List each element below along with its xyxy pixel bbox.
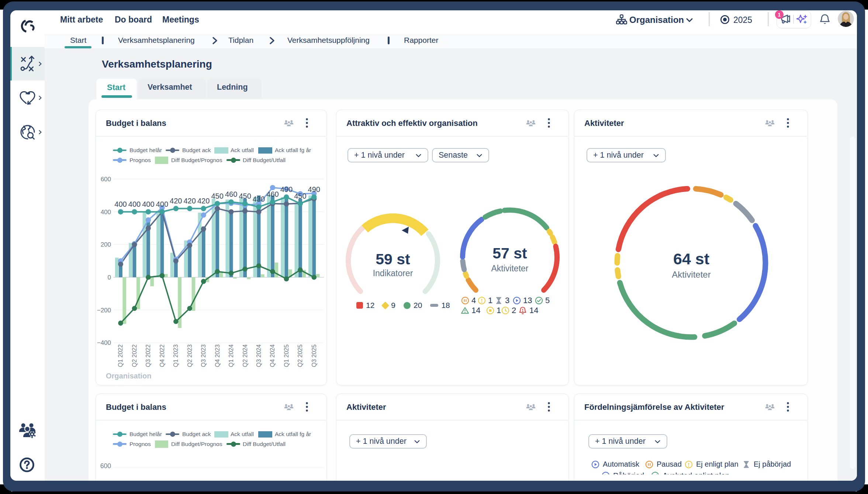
svg-text:Q2 2022: Q2 2022	[131, 344, 138, 367]
svg-text:Q4 2023: Q4 2023	[214, 344, 221, 367]
svg-text:57 st: 57 st	[492, 245, 527, 262]
svg-text:400: 400	[128, 200, 141, 208]
svg-text:460: 460	[225, 190, 237, 198]
svg-text:Q4 2024: Q4 2024	[270, 344, 276, 367]
svg-text:Q3 2025: Q3 2025	[311, 344, 317, 367]
svg-text:Q3 2023: Q3 2023	[200, 344, 207, 367]
svg-text:59 st: 59 st	[376, 251, 410, 268]
svg-text:Q1 2025: Q1 2025	[283, 344, 290, 367]
svg-text:Q1 2022: Q1 2022	[118, 344, 124, 367]
svg-text:400: 400	[114, 200, 127, 208]
svg-text:400: 400	[156, 200, 168, 208]
svg-text:460: 460	[266, 190, 279, 198]
svg-text:420: 420	[170, 197, 182, 205]
svg-text:Q2 2024: Q2 2024	[242, 344, 248, 367]
svg-text:200: 200	[101, 241, 111, 248]
svg-text:420: 420	[184, 197, 196, 205]
svg-text:400: 400	[142, 200, 154, 208]
svg-text:0: 0	[108, 274, 111, 281]
svg-text:Aktiviteter: Aktiviteter	[491, 264, 529, 273]
svg-text:Q3 2024: Q3 2024	[256, 344, 262, 367]
svg-text:450: 450	[294, 192, 306, 200]
svg-text:Indikatorer: Indikatorer	[373, 268, 413, 278]
svg-text:490: 490	[280, 185, 293, 193]
svg-text:450: 450	[239, 192, 251, 200]
svg-text:−400: −400	[97, 339, 111, 346]
svg-text:Q2 2025: Q2 2025	[297, 344, 303, 367]
svg-text:Q3 2022: Q3 2022	[145, 344, 151, 367]
svg-text:Q2 2023: Q2 2023	[187, 344, 193, 367]
svg-text:600: 600	[101, 176, 111, 183]
svg-text:430: 430	[253, 195, 265, 203]
svg-text:490: 490	[308, 185, 320, 193]
svg-text:−200: −200	[97, 307, 111, 314]
svg-text:64 st: 64 st	[673, 250, 709, 268]
svg-text:Q4 2022: Q4 2022	[159, 344, 165, 367]
svg-text:450: 450	[211, 192, 224, 200]
svg-text:420: 420	[197, 197, 210, 205]
svg-text:Q1 2023: Q1 2023	[173, 344, 179, 367]
svg-text:Q1 2024: Q1 2024	[228, 344, 234, 367]
svg-text:400: 400	[101, 209, 111, 216]
svg-text:Aktiviteter: Aktiviteter	[672, 270, 710, 279]
